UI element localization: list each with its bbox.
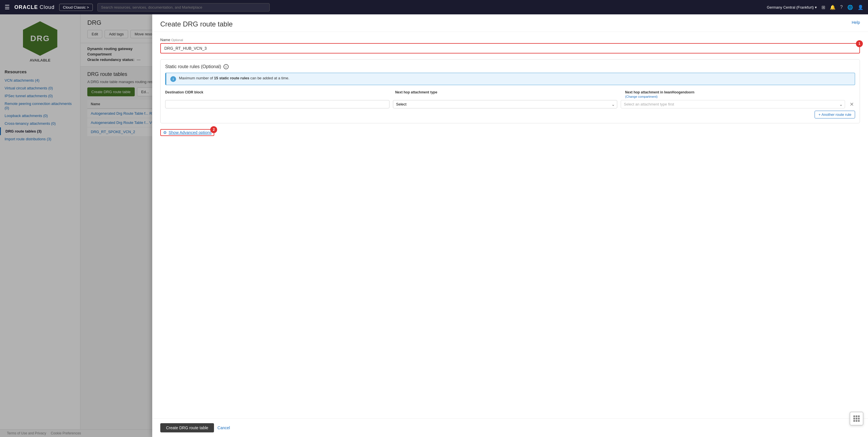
- next-hop-type-cell: Select: [393, 100, 617, 108]
- next-hop-attachment-select[interactable]: Select an attachment type first: [621, 100, 845, 108]
- chevron-down-icon: ▾: [815, 5, 817, 9]
- help-widget-dot: [858, 420, 860, 422]
- help-widget-dot: [854, 418, 855, 419]
- globe-icon[interactable]: 🌐: [847, 5, 853, 10]
- rule-close-cell: ✕: [848, 100, 855, 108]
- next-hop-attachment-cell: Select an attachment type first: [621, 100, 845, 108]
- next-hop-attachment-header: Next hop attachment in IwanHoogendoorn (…: [625, 90, 851, 98]
- static-route-rules-section: Static route rules (Optional) i i Maximu…: [160, 59, 860, 123]
- modal-footer: Create DRG route table Cancel: [152, 418, 868, 437]
- next-hop-type-select[interactable]: Select: [393, 100, 617, 108]
- modal-body: Name Optional 1 Static route rules (Opti…: [152, 32, 868, 418]
- oracle-logo-text: ORACLE Cloud: [14, 4, 55, 10]
- user-icon[interactable]: 👤: [858, 5, 863, 10]
- help-link[interactable]: Help: [851, 20, 860, 25]
- name-input-wrapper: 1: [160, 43, 860, 54]
- nav-right: Germany Central (Frankfurt) ▾ ⊞ 🔔 ? 🌐 👤: [767, 5, 863, 10]
- cloud-classic-button[interactable]: Cloud Classic >: [59, 4, 93, 11]
- hamburger-icon[interactable]: ☰: [5, 4, 10, 11]
- create-drg-route-table-modal: Create DRG route table Help Name Optiona…: [152, 14, 868, 437]
- help-widget-grid: [854, 415, 860, 422]
- top-navigation: ☰ ORACLE Cloud Cloud Classic > Germany C…: [0, 0, 868, 14]
- show-advanced-options-link[interactable]: Show Advanced options: [168, 130, 211, 135]
- modal-title: Create DRG route table: [160, 20, 232, 28]
- region-selector[interactable]: Germany Central (Frankfurt) ▾: [767, 5, 817, 9]
- help-widget-dot: [858, 415, 860, 417]
- compartment-name: IwanHoogendoorn: [664, 90, 694, 94]
- rule-row-header: Destination CIDR block Next hop attachme…: [165, 90, 855, 98]
- info-banner: i Maximum number of 15 static route rule…: [165, 73, 855, 85]
- help-widget-dot: [854, 415, 855, 417]
- dest-cidr-header: Destination CIDR block: [165, 90, 392, 98]
- dest-cidr-cell: [165, 100, 390, 108]
- oracle-logo: ORACLE Cloud: [14, 4, 55, 10]
- cancel-button[interactable]: Cancel: [217, 426, 230, 430]
- modal-header: Create DRG route table Help: [152, 14, 868, 32]
- help-widget[interactable]: [849, 412, 863, 426]
- help-widget-dot: [854, 420, 855, 422]
- dest-cidr-input[interactable]: [165, 100, 390, 108]
- static-rules-info-icon[interactable]: i: [223, 64, 229, 69]
- next-hop-type-header: Next hop attachment type: [395, 90, 622, 98]
- another-route-rule-button[interactable]: + Another route rule: [814, 111, 855, 118]
- advanced-options-section: ⚙ Show Advanced options 2: [160, 129, 214, 136]
- name-optional-label: Optional: [171, 38, 183, 42]
- static-rules-title: Static route rules (Optional) i: [165, 64, 855, 69]
- route-rule-row: Select Select an attachment type first ✕: [165, 100, 855, 108]
- help-widget-dot: [856, 420, 857, 422]
- create-drg-route-table-button[interactable]: Create DRG route table: [160, 423, 214, 432]
- advanced-options-wrapper[interactable]: ⚙ Show Advanced options 2: [160, 129, 214, 136]
- help-widget-dot: [858, 418, 860, 419]
- name-input[interactable]: [161, 44, 859, 53]
- info-banner-text: Maximum number of: [179, 76, 213, 80]
- name-field-group: Name Optional 1: [160, 38, 860, 54]
- help-widget-dot: [856, 415, 857, 417]
- step-2-badge: 2: [210, 126, 217, 133]
- advanced-options-icon: ⚙: [163, 130, 167, 135]
- name-label: Name Optional: [160, 38, 860, 42]
- help-icon[interactable]: ?: [840, 5, 843, 10]
- info-banner-icon: i: [170, 76, 176, 82]
- change-compartment-link[interactable]: (Change compartment): [625, 95, 851, 98]
- step-1-badge: 1: [856, 40, 863, 47]
- search-input[interactable]: [97, 3, 270, 11]
- console-icon[interactable]: ⊞: [822, 5, 825, 10]
- help-widget-dot: [856, 418, 857, 419]
- another-route-wrapper: + Another route rule: [165, 111, 855, 118]
- notification-icon[interactable]: 🔔: [830, 5, 836, 10]
- remove-rule-button[interactable]: ✕: [848, 100, 855, 108]
- info-banner-bold: 15 static route rules: [214, 76, 249, 80]
- info-banner-rest: can be added at a time.: [250, 76, 289, 80]
